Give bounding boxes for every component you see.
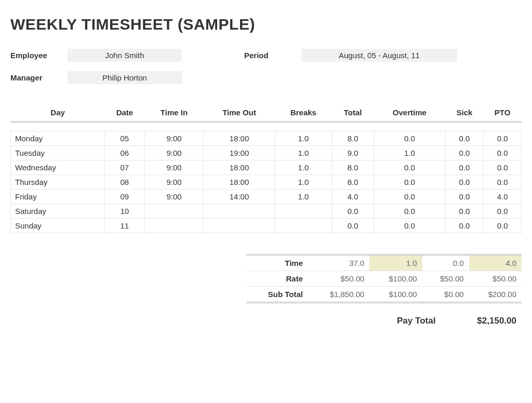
time-ot: 1.0 (369, 255, 422, 271)
cell: 14:00 (204, 190, 275, 204)
table-row: Wednesday079:0018:001.08.00.00.00.0 (11, 160, 522, 175)
cell: 1.0 (275, 131, 332, 146)
col-date: Date (105, 105, 144, 122)
cell (204, 204, 275, 219)
cell: 0.0 (484, 219, 522, 233)
cell: 9:00 (144, 160, 204, 175)
employee-label: Employee (10, 51, 68, 60)
cell: 19:00 (204, 146, 275, 160)
cell (144, 204, 204, 219)
meta-row-2: Manager Philip Horton (10, 71, 522, 84)
cell: 0.0 (484, 160, 522, 175)
col-time-out: Time Out (204, 105, 275, 122)
cell: 0.0 (374, 204, 445, 219)
col-total: Total (332, 105, 374, 122)
cell: 1.0 (374, 146, 445, 160)
cell: Thursday (11, 175, 105, 190)
pay-total-row: Pay Total $2,150.00 (10, 316, 522, 326)
cell (275, 219, 332, 233)
totals-table: Time 37.0 1.0 0.0 4.0 Rate $50.00 $100.0… (246, 254, 522, 303)
col-pto: PTO (484, 105, 522, 122)
table-row: Friday099:0014:001.04.00.00.04.0 (11, 190, 522, 204)
cell: 0.0 (445, 146, 483, 160)
cell: 4.0 (332, 190, 374, 204)
cell: 8.0 (332, 160, 374, 175)
cell: 10 (105, 204, 144, 219)
col-breaks: Breaks (275, 105, 332, 122)
cell: 9:00 (144, 190, 204, 204)
cell: 0.0 (374, 190, 445, 204)
timesheet-table: DayDateTime InTime OutBreaksTotalOvertim… (10, 105, 522, 233)
cell: 8.0 (332, 175, 374, 190)
cell: 0.0 (332, 204, 374, 219)
cell: 0.0 (445, 219, 483, 233)
cell: Sunday (11, 219, 105, 233)
time-pto: 4.0 (469, 255, 522, 271)
cell: 09 (105, 190, 144, 204)
pay-total-value: $2,150.00 (477, 316, 516, 326)
cell: 9.0 (332, 146, 374, 160)
cell: Tuesday (11, 146, 105, 160)
time-total: 37.0 (308, 255, 369, 271)
manager-value: Philip Horton (68, 71, 182, 84)
cell (275, 204, 332, 219)
cell: 11 (105, 219, 144, 233)
table-row: Monday059:0018:001.08.00.00.00.0 (11, 131, 522, 146)
cell: 08 (105, 175, 144, 190)
cell: 1.0 (275, 175, 332, 190)
table-row: Sunday110.00.00.00.0 (11, 219, 522, 233)
employee-value: John Smith (68, 49, 182, 62)
cell: 0.0 (484, 204, 522, 219)
cell: 0.0 (445, 175, 483, 190)
cell: Wednesday (11, 160, 105, 175)
rate-pto: $50.00 (469, 271, 522, 287)
cell: Monday (11, 131, 105, 146)
cell (144, 219, 204, 233)
cell: 9:00 (144, 146, 204, 160)
manager-label: Manager (10, 73, 68, 82)
sub-sick: $0.00 (422, 287, 469, 303)
cell: 0.0 (445, 190, 483, 204)
cell: 0.0 (445, 160, 483, 175)
rate-row-label: Rate (246, 271, 308, 287)
meta-row-1: Employee John Smith Period August, 05 - … (10, 49, 522, 62)
rate-sick: $50.00 (422, 271, 469, 287)
sub-pto: $200.00 (469, 287, 522, 303)
cell: 07 (105, 160, 144, 175)
cell: 0.0 (374, 160, 445, 175)
cell: 1.0 (275, 146, 332, 160)
cell: 8.0 (332, 131, 374, 146)
cell: 0.0 (332, 219, 374, 233)
cell: 1.0 (275, 160, 332, 175)
cell: 1.0 (275, 190, 332, 204)
cell: 0.0 (374, 131, 445, 146)
cell: 06 (105, 146, 144, 160)
cell: 9:00 (144, 131, 204, 146)
pay-total-label: Pay Total (397, 316, 435, 326)
cell: Friday (11, 190, 105, 204)
sub-total: $1,850.00 (308, 287, 369, 303)
col-sick: Sick (445, 105, 483, 122)
table-row: Tuesday069:0019:001.09.01.00.00.0 (11, 146, 522, 160)
cell: 0.0 (374, 219, 445, 233)
time-row-label: Time (246, 255, 308, 271)
cell: 05 (105, 131, 144, 146)
cell: 18:00 (204, 175, 275, 190)
cell: 0.0 (484, 146, 522, 160)
table-row: Saturday100.00.00.00.0 (11, 204, 522, 219)
cell (204, 219, 275, 233)
cell: Saturday (11, 204, 105, 219)
rate-total: $50.00 (308, 271, 369, 287)
col-day: Day (11, 105, 105, 122)
table-row: Thursday089:0018:001.08.00.00.00.0 (11, 175, 522, 190)
sub-ot: $100.00 (369, 287, 422, 303)
cell: 0.0 (484, 131, 522, 146)
col-overtime: Overtime (374, 105, 445, 122)
cell: 0.0 (445, 131, 483, 146)
time-sick: 0.0 (422, 255, 469, 271)
col-time-in: Time In (144, 105, 204, 122)
cell: 0.0 (484, 175, 522, 190)
period-label: Period (244, 51, 301, 60)
page-title: WEEKLY TIMESHEET (SAMPLE) (10, 16, 522, 33)
period-value: August, 05 - August, 11 (301, 49, 457, 62)
